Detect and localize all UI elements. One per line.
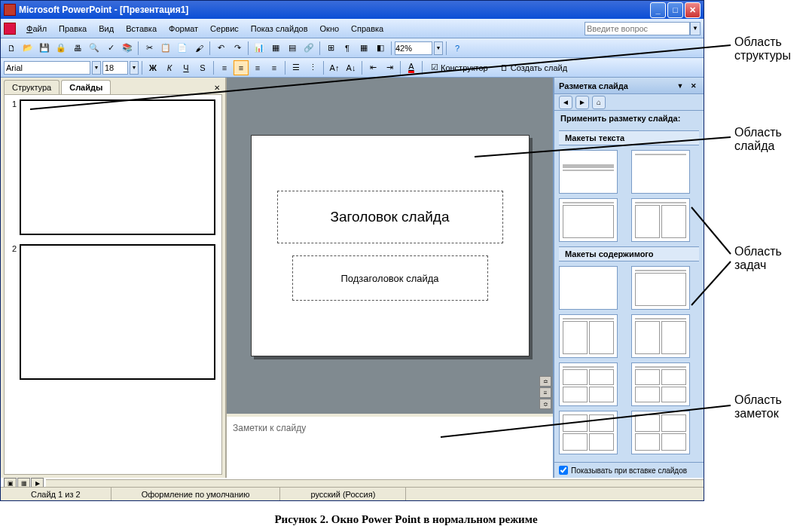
- decrease-indent-icon[interactable]: ⇤: [365, 60, 380, 75]
- minimize-button[interactable]: _: [650, 2, 666, 18]
- taskpane-header: Разметка слайда ▼ ✕: [554, 78, 704, 94]
- increase-font-icon[interactable]: A↑: [327, 60, 342, 75]
- decrease-font-icon[interactable]: A↓: [343, 60, 359, 75]
- bullets-icon[interactable]: ⋮: [305, 60, 320, 75]
- new-slide-button[interactable]: 🗋 Создать слайд: [495, 60, 572, 75]
- pane-close-icon[interactable]: ✕: [212, 82, 222, 93]
- taskpane-dropdown-icon[interactable]: ▼: [675, 81, 685, 91]
- layout-blank[interactable]: [559, 266, 618, 310]
- thumbnail-slide[interactable]: [20, 99, 215, 235]
- layout-content-e[interactable]: [559, 411, 618, 454]
- layout-content-d[interactable]: [631, 362, 690, 406]
- align-left-icon[interactable]: ≡: [217, 60, 232, 75]
- increase-indent-icon[interactable]: ⇥: [382, 60, 397, 75]
- slide[interactable]: Заголовок слайда Подзаголовок слайда: [251, 135, 530, 356]
- separator: [209, 41, 210, 55]
- layout-title-text[interactable]: [559, 198, 618, 242]
- help-search-input[interactable]: [585, 22, 690, 35]
- zoom-dropdown-button[interactable]: ▼: [434, 41, 443, 55]
- save-icon[interactable]: 💾: [37, 41, 52, 56]
- standard-toolbar: 🗋 📂 💾 🔒 🖶 🔍 ✓ 📚 ✂ 📋 📄 🖌 ↶ ↷ 📊 ▦ ▤ 🔗 ⊞ ¶ …: [1, 38, 704, 58]
- maximize-button[interactable]: □: [667, 2, 683, 18]
- nav-forward-icon[interactable]: ►: [575, 96, 589, 109]
- font-color-icon[interactable]: A: [404, 60, 419, 75]
- menu-help[interactable]: Справка: [345, 23, 389, 35]
- undo-icon[interactable]: ↶: [213, 41, 228, 56]
- print-icon[interactable]: 🖶: [70, 41, 85, 56]
- italic-button[interactable]: К: [162, 60, 177, 75]
- align-right-icon[interactable]: ≡: [250, 60, 265, 75]
- subtitle-placeholder[interactable]: Подзаголовок слайда: [292, 255, 488, 301]
- layout-title-slide[interactable]: [559, 150, 618, 194]
- chart-icon[interactable]: 📊: [252, 41, 267, 56]
- bold-button[interactable]: Ж: [145, 60, 160, 75]
- numbering-icon[interactable]: ☰: [288, 60, 304, 75]
- menu-edit[interactable]: Правка: [53, 23, 93, 35]
- show-formatting-icon[interactable]: ¶: [340, 41, 355, 56]
- fontsize-dropdown-button[interactable]: ▼: [130, 61, 139, 75]
- format-painter-icon[interactable]: 🖌: [191, 41, 206, 56]
- tab-slides[interactable]: Слайды: [61, 80, 111, 94]
- thumbnail-slide[interactable]: [20, 244, 215, 380]
- menu-format[interactable]: Формат: [163, 23, 204, 35]
- permission-icon[interactable]: 🔒: [53, 41, 69, 56]
- layout-content[interactable]: [631, 266, 690, 310]
- menu-slideshow[interactable]: Показ слайдов: [245, 23, 314, 35]
- layout-content-f[interactable]: [631, 411, 690, 454]
- layout-content-b[interactable]: [631, 314, 690, 358]
- menu-insert[interactable]: Вставка: [120, 23, 163, 35]
- table-icon[interactable]: ▦: [268, 41, 283, 56]
- menu-tools[interactable]: Сервис: [204, 23, 245, 35]
- distributed-icon[interactable]: ≡: [267, 60, 282, 75]
- shadow-button[interactable]: S: [195, 60, 210, 75]
- zoom-input[interactable]: [395, 41, 432, 55]
- next-slide-icon[interactable]: ≎: [539, 399, 551, 409]
- help-dropdown-button[interactable]: ▼: [690, 22, 701, 35]
- menu-window[interactable]: Окно: [314, 23, 346, 35]
- color-grayscale-icon[interactable]: ◧: [373, 41, 388, 56]
- layout-content-a[interactable]: [559, 314, 618, 358]
- cut-icon[interactable]: ✂: [142, 41, 157, 56]
- layout-title-only[interactable]: [631, 150, 690, 194]
- separator: [319, 41, 320, 55]
- show-grid-icon[interactable]: ▦: [356, 41, 371, 56]
- expand-all-icon[interactable]: ⊞: [323, 41, 338, 56]
- tables-borders-icon[interactable]: ▤: [285, 41, 300, 56]
- show-on-insert-checkbox[interactable]: [559, 466, 568, 475]
- open-icon[interactable]: 📂: [20, 41, 35, 56]
- nav-menu-icon[interactable]: ≡: [539, 387, 551, 398]
- font-combo[interactable]: Arial: [4, 61, 90, 75]
- task-pane: Разметка слайда ▼ ✕ ◄ ► ⌂ Применить разм…: [553, 78, 704, 478]
- align-center-icon[interactable]: ≡: [234, 60, 249, 75]
- figure-caption: Рисунок 2. Окно Power Point в нормальном…: [0, 513, 812, 526]
- redo-icon[interactable]: ↷: [230, 41, 245, 56]
- layout-title-2col[interactable]: [631, 198, 690, 242]
- thumbnail-row: 2: [9, 244, 217, 380]
- new-icon[interactable]: 🗋: [4, 41, 19, 56]
- research-icon[interactable]: 📚: [120, 41, 135, 56]
- designer-button[interactable]: ☑ Конструктор: [426, 60, 493, 75]
- font-dropdown-button[interactable]: ▼: [92, 61, 101, 75]
- tab-outline[interactable]: Структура: [4, 80, 60, 94]
- layout-content-c[interactable]: [559, 362, 618, 406]
- taskpane-close-icon[interactable]: ✕: [688, 81, 699, 91]
- title-placeholder[interactable]: Заголовок слайда: [277, 191, 503, 243]
- preview-icon[interactable]: 🔍: [87, 41, 102, 56]
- paste-icon[interactable]: 📄: [175, 41, 190, 56]
- help-icon[interactable]: ?: [450, 41, 465, 56]
- hyperlink-icon[interactable]: 🔗: [301, 41, 316, 56]
- menu-view[interactable]: Вид: [93, 23, 120, 35]
- slide-canvas[interactable]: Заголовок слайда Подзаголовок слайда ≏ ≡…: [227, 78, 553, 414]
- close-button[interactable]: ✕: [685, 2, 701, 18]
- spellcheck-icon[interactable]: ✓: [103, 41, 118, 56]
- menu-file[interactable]: Файл: [20, 23, 53, 35]
- fontsize-combo[interactable]: 18: [102, 61, 128, 75]
- layouts-scroll[interactable]: Макеты текста Макеты содержимого: [554, 126, 704, 462]
- nav-home-icon[interactable]: ⌂: [592, 96, 606, 109]
- thumbnails-area[interactable]: 1 2: [4, 94, 222, 475]
- nav-back-icon[interactable]: ◄: [559, 96, 572, 109]
- prev-slide-icon[interactable]: ≏: [539, 376, 551, 387]
- underline-button[interactable]: Ч: [179, 60, 194, 75]
- copy-icon[interactable]: 📋: [158, 41, 173, 56]
- notes-pane[interactable]: Заметки к слайду: [227, 414, 553, 478]
